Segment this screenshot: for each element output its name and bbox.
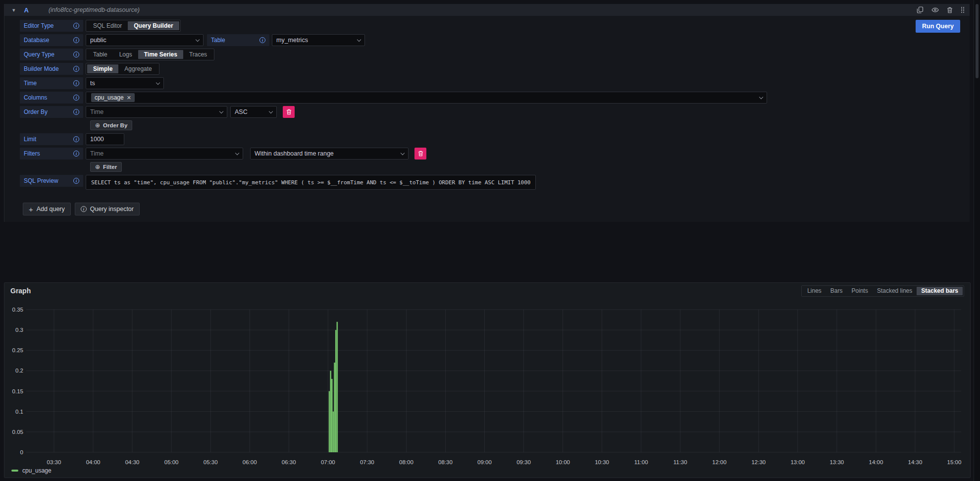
duplicate-query-icon[interactable] — [917, 6, 924, 13]
run-query-button[interactable]: Run Query — [916, 20, 960, 33]
scrollbar-track[interactable] — [974, 0, 980, 481]
graph-panel-header: Graph LinesBarsPointsStacked linesStacke… — [4, 283, 970, 298]
builder-mode-simple[interactable]: Simple — [87, 64, 118, 73]
query-row-header[interactable]: ▾ A (info8fcc-greptimedb-datasource) — [4, 4, 970, 16]
order-by-direction-select[interactable]: ASC — [230, 106, 277, 118]
info-icon[interactable]: i — [73, 80, 79, 86]
drag-handle-icon[interactable] — [961, 6, 965, 13]
bar-cpu_usage-07:06[interactable] — [335, 330, 337, 452]
bar-cpu_usage-07:07[interactable] — [337, 322, 338, 452]
graph-mode-bars[interactable]: Bars — [826, 287, 847, 295]
graph-mode-points[interactable]: Points — [847, 287, 873, 295]
svg-text:0: 0 — [20, 449, 23, 455]
editor-type-query-builder[interactable]: Query Builder — [128, 21, 179, 30]
svg-text:0.1: 0.1 — [15, 409, 23, 415]
limit-label: Limit i — [20, 133, 83, 145]
svg-text:04:30: 04:30 — [125, 459, 140, 465]
time-series-chart[interactable]: 00.050.10.150.20.250.30.3503:3004:0004:3… — [4, 299, 965, 467]
graph-mode-lines[interactable]: Lines — [803, 287, 826, 295]
filter-condition-select[interactable]: Within dashboard time range — [250, 148, 409, 160]
query-header-actions — [917, 6, 965, 13]
info-icon[interactable]: i — [73, 151, 79, 157]
info-icon[interactable]: i — [73, 52, 79, 57]
chevron-down-icon — [235, 151, 239, 155]
add-order-by-button[interactable]: ⊕ Order By — [90, 120, 132, 130]
svg-text:05:30: 05:30 — [204, 459, 218, 465]
order-by-label: Order By i — [20, 106, 83, 118]
svg-text:0.2: 0.2 — [15, 368, 23, 374]
filters-row: Filters i Time Within dashboard time ran… — [20, 148, 970, 160]
query-type-table[interactable]: Table — [87, 50, 113, 59]
sql-preview-code: SELECT ts as "time", cpu_usage FROM "pub… — [86, 175, 536, 190]
query-type-logs[interactable]: Logs — [113, 50, 138, 59]
time-column-select[interactable]: ts — [86, 77, 164, 89]
svg-text:0.15: 0.15 — [12, 388, 23, 394]
limit-input[interactable] — [86, 133, 124, 145]
query-type-label: Query Type i — [20, 49, 83, 60]
info-icon[interactable]: i — [73, 37, 79, 43]
remove-filter-button[interactable] — [414, 148, 426, 160]
database-select[interactable]: public — [86, 34, 204, 46]
order-by-row: Order By i Time ASC — [20, 106, 970, 118]
bar-cpu_usage-07:03[interactable] — [331, 379, 333, 452]
query-type-traces[interactable]: Traces — [183, 50, 213, 59]
graph-display-mode-tabs: LinesBarsPointsStacked linesStacked bars — [801, 285, 964, 297]
bar-cpu_usage-07:01[interactable] — [329, 391, 330, 452]
info-icon[interactable]: i — [73, 136, 79, 142]
chevron-down-icon[interactable]: ▾ — [12, 7, 15, 13]
chart-legend: cpu_usage — [11, 467, 970, 474]
svg-text:15:00: 15:00 — [947, 459, 962, 465]
bar-cpu_usage-07:02[interactable] — [330, 371, 331, 452]
columns-multiselect[interactable]: cpu_usage ✕ — [86, 92, 767, 104]
query-type-row: Query Type i TableLogsTime SeriesTraces — [20, 49, 970, 60]
scrollbar-thumb[interactable] — [976, 4, 979, 78]
remove-order-by-button[interactable] — [283, 106, 295, 118]
graph-mode-stacked-lines[interactable]: Stacked lines — [873, 287, 917, 295]
chevron-down-icon — [156, 80, 160, 84]
editor-type-sql-editor[interactable]: SQL Editor — [87, 21, 128, 30]
time-label: Time i — [20, 77, 83, 89]
info-icon[interactable]: i — [73, 95, 79, 101]
svg-text:08:00: 08:00 — [399, 459, 413, 465]
remove-tag-icon[interactable]: ✕ — [127, 95, 131, 101]
graph-mode-stacked-bars[interactable]: Stacked bars — [917, 287, 963, 295]
order-by-column-select[interactable]: Time — [86, 106, 227, 118]
graph-panel-title: Graph — [10, 287, 31, 295]
builder-mode-aggregate[interactable]: Aggregate — [118, 64, 157, 73]
svg-text:11:00: 11:00 — [634, 459, 648, 465]
eye-icon[interactable] — [931, 7, 939, 13]
svg-text:10:30: 10:30 — [595, 459, 609, 465]
bar-cpu_usage-07:04[interactable] — [333, 412, 334, 452]
query-editor-section: ▾ A (info8fcc-greptimedb-datasource) — [4, 4, 970, 222]
svg-text:12:00: 12:00 — [712, 459, 726, 465]
editor-type-label: Editor Type i — [20, 20, 83, 32]
table-select[interactable]: my_metrics — [272, 34, 365, 46]
table-label: Table i — [207, 34, 269, 46]
filter-column-select[interactable]: Time — [86, 148, 243, 160]
svg-text:05:00: 05:00 — [164, 459, 179, 465]
add-order-by-row: ⊕ Order By — [86, 120, 970, 130]
add-filter-button[interactable]: ⊕ Filter — [90, 162, 122, 172]
query-builder-form: Editor Type i SQL EditorQuery Builder Da… — [4, 16, 970, 215]
info-icon[interactable]: i — [73, 66, 79, 72]
info-icon[interactable]: i — [73, 109, 79, 115]
plus-circle-icon: ⊕ — [95, 122, 100, 129]
svg-text:10:00: 10:00 — [556, 459, 570, 465]
legend-series-label[interactable]: cpu_usage — [22, 467, 52, 474]
columns-row: Columns i cpu_usage ✕ — [20, 92, 970, 104]
legend-series-swatch — [11, 470, 18, 472]
bar-cpu_usage-07:05[interactable] — [334, 363, 335, 452]
svg-text:0.25: 0.25 — [12, 347, 23, 353]
info-icon[interactable]: i — [73, 178, 79, 184]
column-tag: cpu_usage ✕ — [91, 93, 135, 102]
add-query-button[interactable]: + Add query — [23, 203, 71, 215]
query-inspector-button[interactable]: i Query inspector — [75, 203, 140, 215]
chevron-down-icon — [219, 109, 223, 113]
info-icon[interactable]: i — [259, 37, 265, 43]
trash-icon[interactable] — [947, 7, 953, 13]
svg-text:07:00: 07:00 — [321, 459, 335, 465]
builder-mode-row: Builder Mode i SimpleAggregate — [20, 63, 970, 75]
query-type-time-series[interactable]: Time Series — [138, 50, 183, 59]
info-icon[interactable]: i — [73, 23, 79, 29]
svg-text:12:30: 12:30 — [751, 459, 766, 465]
